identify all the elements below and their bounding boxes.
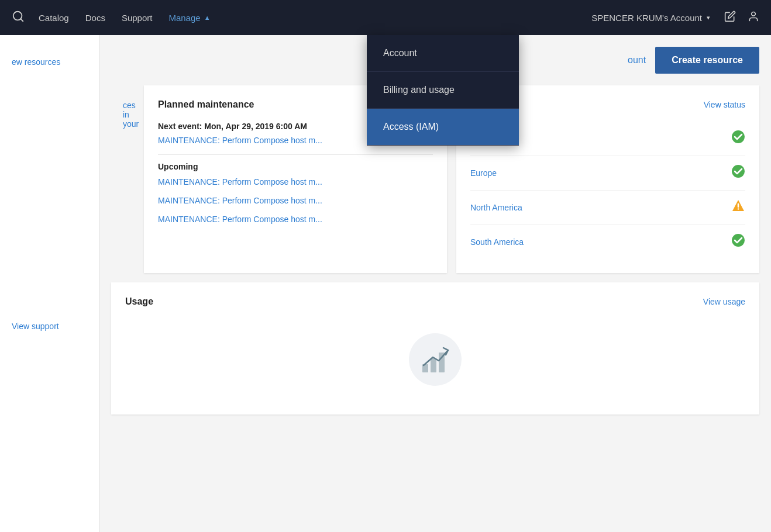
svg-rect-10 xyxy=(431,358,436,372)
dropdown-billing[interactable]: Billing and usage xyxy=(367,72,519,109)
upcoming-item-2[interactable]: MAINTENANCE: Perform Compose host m... xyxy=(158,196,433,205)
manage-dropdown: Account Billing and usage Access (IAM) xyxy=(367,35,519,146)
maintenance-divider xyxy=(158,154,433,155)
nav-manage-label: Manage xyxy=(168,13,200,23)
usage-chart-area xyxy=(125,319,745,400)
nav-support[interactable]: Support xyxy=(122,13,153,23)
dropdown-account[interactable]: Account xyxy=(367,35,519,72)
status-north-america: North America xyxy=(470,191,745,225)
nav-catalog[interactable]: Catalog xyxy=(39,13,69,23)
status-ok-icon-asia xyxy=(731,130,745,147)
nav-account[interactable]: SPENCER KRUM's Account ▾ xyxy=(591,13,710,23)
view-support-label: View support xyxy=(12,322,59,331)
svg-point-8 xyxy=(732,234,745,247)
svg-point-3 xyxy=(732,130,745,143)
search-icon[interactable] xyxy=(12,10,25,26)
upcoming-label: Upcoming xyxy=(158,162,433,171)
account-chevron-icon: ▾ xyxy=(707,14,710,22)
nav-icon-group xyxy=(724,11,759,25)
usage-chart-icon xyxy=(409,333,462,386)
svg-point-7 xyxy=(738,208,739,209)
svg-point-4 xyxy=(732,165,745,178)
region-north-america[interactable]: North America xyxy=(470,203,522,212)
sidebar: ew resources View support xyxy=(0,35,99,532)
navbar: Catalog Docs Support Manage ▲ SPENCER KR… xyxy=(0,0,771,35)
status-ok-icon-south-america xyxy=(731,233,745,251)
nav-manage[interactable]: Manage ▲ xyxy=(168,13,210,23)
usage-card-header: Usage View usage xyxy=(125,296,745,307)
upcoming-item-1[interactable]: MAINTENANCE: Perform Compose host m... xyxy=(158,177,433,186)
svg-line-1 xyxy=(20,19,23,21)
user-icon[interactable] xyxy=(748,11,759,25)
new-resources-label: ew resources xyxy=(12,57,60,67)
status-europe: Europe xyxy=(470,156,745,191)
usage-view-link[interactable]: View usage xyxy=(703,297,745,306)
account-partial-link[interactable]: ount xyxy=(628,55,646,65)
status-warn-icon-north-america xyxy=(731,199,745,216)
dropdown-access-iam[interactable]: Access (IAM) xyxy=(367,109,519,146)
usage-card: Usage View usage xyxy=(111,282,759,414)
region-south-america[interactable]: South America xyxy=(470,237,524,247)
nav-docs[interactable]: Docs xyxy=(85,13,105,23)
sidebar-item-new-resources[interactable]: ew resources xyxy=(0,47,99,77)
create-resource-button[interactable]: Create resource xyxy=(655,47,759,74)
region-europe[interactable]: Europe xyxy=(470,168,497,178)
edit-icon[interactable] xyxy=(724,11,736,25)
account-name-label: SPENCER KRUM's Account xyxy=(591,13,702,23)
manage-chevron-icon: ▲ xyxy=(204,14,211,21)
maintenance-title: Planned maintenance xyxy=(158,99,254,110)
status-south-america: South America xyxy=(470,225,745,259)
usage-title: Usage xyxy=(125,296,153,307)
status-ok-icon-europe xyxy=(731,164,745,182)
status-view-link[interactable]: View status xyxy=(704,100,745,109)
upcoming-item-3[interactable]: MAINTENANCE: Perform Compose host m... xyxy=(158,215,433,224)
sidebar-item-view-support[interactable]: View support xyxy=(0,311,99,341)
svg-point-2 xyxy=(752,12,756,16)
